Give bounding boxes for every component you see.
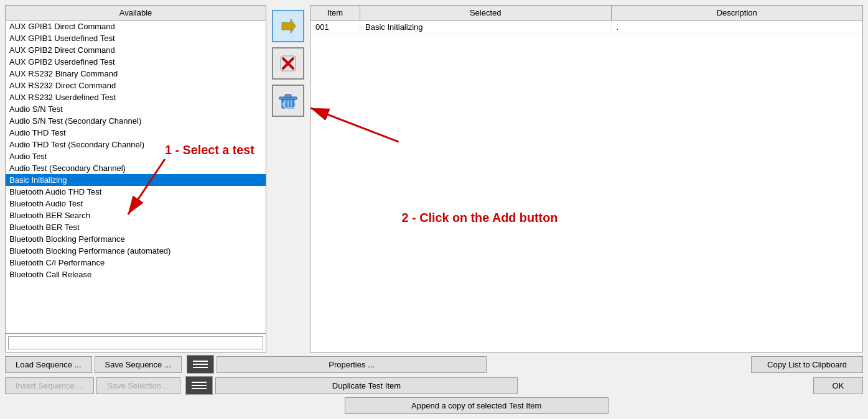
remove-button[interactable] bbox=[272, 47, 304, 80]
selected-table-body[interactable]: 001Basic Initializing. bbox=[310, 21, 862, 352]
append-copy-button[interactable]: Append a copy of selected Test Item bbox=[345, 397, 609, 414]
cell-description: . bbox=[612, 21, 863, 34]
bottom-section: Load Sequence ... Save Sequence ... Prop… bbox=[5, 355, 863, 414]
col-item: Item bbox=[310, 6, 360, 20]
properties-button[interactable]: Properties ... bbox=[217, 356, 487, 373]
search-input[interactable] bbox=[8, 336, 263, 349]
insert-sequence-button[interactable]: Insert Sequence ... bbox=[5, 377, 94, 394]
cell-item: 001 bbox=[310, 21, 360, 34]
list-item[interactable]: Bluetooth Audio THD Test bbox=[6, 186, 266, 198]
svg-rect-6 bbox=[285, 94, 291, 98]
lines-icon-2 bbox=[190, 380, 208, 391]
recycle-icon bbox=[277, 90, 299, 112]
list-item[interactable]: Audio THD Test (Secondary Channel) bbox=[6, 139, 266, 150]
mini-icon-btn-2[interactable] bbox=[185, 376, 213, 395]
ok-button[interactable]: OK bbox=[813, 377, 863, 394]
list-item[interactable]: Bluetooth Blocking Performance bbox=[6, 233, 266, 245]
save-sequence-button[interactable]: Save Sequence ... bbox=[95, 356, 182, 373]
list-item[interactable]: Bluetooth Audio Test bbox=[6, 198, 266, 210]
list-item[interactable]: AUX GPIB2 Direct Command bbox=[6, 44, 266, 56]
list-item[interactable]: Bluetooth BER Test bbox=[6, 221, 266, 233]
list-item[interactable]: Audio THD Test bbox=[6, 127, 266, 139]
list-item[interactable]: AUX RS232 Direct Command bbox=[6, 80, 266, 91]
cell-selected: Basic Initializing bbox=[360, 21, 612, 34]
svg-rect-13 bbox=[193, 361, 208, 362]
list-item[interactable]: AUX RS232 Binary Command bbox=[6, 68, 266, 80]
lines-icon bbox=[192, 359, 209, 370]
load-sequence-button[interactable]: Load Sequence ... bbox=[5, 356, 92, 373]
copy-clipboard-button[interactable]: Copy List to Clipboard bbox=[751, 356, 863, 373]
list-item[interactable]: AUX GPIB2 Userdefined Test bbox=[6, 56, 266, 68]
recycle-button[interactable] bbox=[272, 85, 304, 117]
table-row[interactable]: 001Basic Initializing. bbox=[310, 21, 862, 34]
available-header: Available bbox=[6, 6, 266, 21]
table-header: Item Selected Description bbox=[310, 6, 862, 21]
selected-panel: Item Selected Description 001Basic Initi… bbox=[310, 5, 863, 352]
list-item[interactable]: Audio S/N Test (Secondary Channel) bbox=[6, 115, 266, 127]
list-item[interactable]: Bluetooth Call Release bbox=[6, 269, 266, 280]
svg-rect-14 bbox=[193, 364, 208, 365]
col-description: Description bbox=[612, 6, 863, 20]
svg-rect-18 bbox=[192, 388, 207, 389]
list-item[interactable]: Bluetooth C/I Performance bbox=[6, 257, 266, 269]
available-panel: Available AUX GPIB1 Direct CommandAUX GP… bbox=[5, 5, 266, 352]
list-item[interactable]: Audio Test bbox=[6, 150, 266, 162]
svg-rect-17 bbox=[192, 385, 207, 386]
middle-buttons-panel bbox=[266, 5, 310, 352]
save-selection-button[interactable]: Save Selection ... bbox=[96, 377, 180, 394]
add-arrow-icon bbox=[278, 16, 298, 36]
list-item[interactable]: Bluetooth BER Search bbox=[6, 210, 266, 221]
list-item[interactable]: Bluetooth Blocking Performance (automate… bbox=[6, 245, 266, 257]
remove-icon bbox=[278, 53, 298, 73]
list-item[interactable]: Basic Initializing bbox=[6, 174, 266, 186]
available-list[interactable]: AUX GPIB1 Direct CommandAUX GPIB1 Userde… bbox=[6, 21, 266, 333]
list-item[interactable]: AUX GPIB1 Direct Command bbox=[6, 21, 266, 32]
duplicate-test-button[interactable]: Duplicate Test Item bbox=[215, 377, 517, 394]
list-item[interactable]: AUX RS232 Userdefined Test bbox=[6, 91, 266, 103]
svg-rect-16 bbox=[192, 382, 207, 383]
col-selected: Selected bbox=[360, 6, 612, 20]
search-box bbox=[6, 333, 266, 352]
list-item[interactable]: Audio Test (Secondary Channel) bbox=[6, 162, 266, 174]
bottom-row-1: Load Sequence ... Save Sequence ... Prop… bbox=[5, 355, 863, 374]
list-item[interactable]: Audio S/N Test bbox=[6, 103, 266, 115]
list-item[interactable]: AUX GPIB1 Userdefined Test bbox=[6, 32, 266, 44]
svg-rect-15 bbox=[193, 367, 208, 368]
mini-icon-btn-1[interactable] bbox=[187, 355, 214, 374]
bottom-row-2: Insert Sequence ... Save Selection ... D… bbox=[5, 376, 863, 395]
bottom-row-3: Append a copy of selected Test Item bbox=[5, 397, 863, 414]
svg-marker-0 bbox=[282, 19, 296, 34]
add-button[interactable] bbox=[272, 10, 304, 42]
